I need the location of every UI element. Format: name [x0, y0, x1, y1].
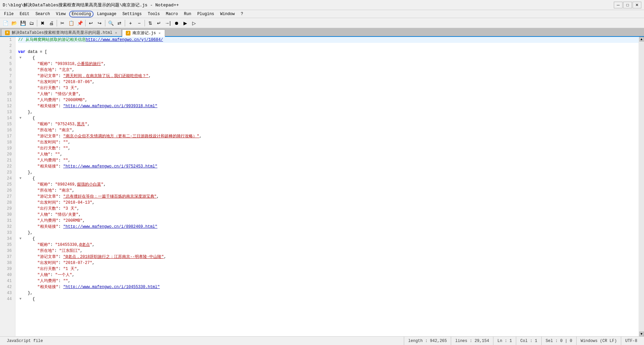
- line-num-17: 17: [2, 133, 13, 139]
- redo-button[interactable]: ↪: [96, 19, 104, 27]
- fold-arrow-4[interactable]: ▼: [18, 55, 23, 61]
- menu-encoding[interactable]: Encoding: [69, 11, 94, 17]
- code-colon-32: :: [58, 224, 63, 230]
- line-num-1: 1: [2, 37, 13, 43]
- menu-help[interactable]: ?: [238, 11, 246, 17]
- line-num-16: 16: [2, 127, 13, 133]
- code-val-29: "3 天": [63, 206, 77, 212]
- macro-play-button[interactable]: ▶: [181, 19, 189, 27]
- line-num-41: 41: [2, 278, 13, 284]
- scroll-down-button[interactable]: ▼: [639, 332, 644, 336]
- copy-button[interactable]: 📋: [67, 19, 75, 27]
- code-comma-29: ,: [77, 206, 79, 212]
- line-num-27: 27: [2, 194, 13, 200]
- close-button[interactable]: ✕: [633, 2, 641, 8]
- tab-close-html[interactable]: ✕: [114, 30, 118, 35]
- code-var-name: data = [: [25, 49, 47, 55]
- menu-language[interactable]: Language: [94, 11, 119, 17]
- run-button-tb[interactable]: ▷: [190, 19, 198, 27]
- maximize-button[interactable]: □: [623, 2, 632, 8]
- code-line-37: "游记文章" : "@老点，2018辞职旅行之：江苏南京--明孝陵·中山陵",: [18, 254, 639, 260]
- code-indent-10: [18, 91, 38, 97]
- code-val-42[interactable]: "http://www.mafengwo.cn/i/10455330.html": [63, 284, 160, 290]
- close-button-tb[interactable]: ✖: [39, 19, 47, 27]
- save-all-button[interactable]: 🗂: [28, 19, 36, 27]
- open-file-button[interactable]: 📂: [10, 19, 18, 27]
- code-key-26: "所在地": [38, 188, 54, 194]
- line-num-12: 12: [2, 103, 13, 109]
- code-line-1: // 从马蜂窝网站抓取的游记相关信息http://www.mafengwo.cn…: [18, 37, 639, 43]
- menu-run[interactable]: Run: [181, 11, 194, 17]
- minimize-button[interactable]: ─: [614, 2, 623, 8]
- line-num-5: 5: [2, 61, 13, 67]
- zoom-out-button[interactable]: −: [135, 19, 143, 27]
- code-key-39: "出行天数": [38, 266, 58, 272]
- menu-view[interactable]: View: [53, 11, 68, 17]
- menu-tools[interactable]: Tools: [145, 11, 162, 17]
- code-val-35c: ": [90, 242, 92, 248]
- code-colon-6: :: [54, 67, 59, 73]
- menu-edit[interactable]: Edit: [17, 11, 32, 17]
- code-colon-12: :: [58, 103, 63, 109]
- print-button[interactable]: 🖨: [47, 19, 55, 27]
- paste-button[interactable]: 📌: [76, 19, 84, 27]
- code-val-12[interactable]: "http://www.mafengwo.cn/i/9939318.html": [63, 103, 157, 109]
- line-num-8: 8: [2, 79, 13, 85]
- tab-html[interactable]: H 解决DataTables搜索框查询结果高亮显示的问题.html ✕: [1, 29, 121, 36]
- code-val-22[interactable]: "http://www.mafengwo.cn/i/9752453.html": [63, 163, 157, 169]
- indent-button[interactable]: →|: [164, 19, 172, 27]
- fold-arrow-14[interactable]: ▼: [18, 115, 23, 121]
- length-label: length : 942,265: [408, 339, 447, 343]
- menu-file[interactable]: File: [1, 11, 16, 17]
- menu-window[interactable]: Window: [218, 11, 237, 17]
- code-indent-26: [18, 188, 38, 194]
- code-indent-39: [18, 266, 38, 272]
- word-wrap-button[interactable]: ↵: [155, 19, 163, 27]
- replace-button[interactable]: ⇄: [115, 19, 123, 27]
- undo-button[interactable]: ↩: [87, 19, 95, 27]
- tab-close-js[interactable]: ✕: [158, 31, 161, 36]
- status-ln: Ln : 1: [493, 337, 516, 345]
- menu-search[interactable]: Search: [33, 11, 53, 17]
- fold-arrow-34[interactable]: ▼: [18, 236, 23, 242]
- line-num-23: 23: [2, 169, 13, 176]
- tab-js[interactable]: J 南京游记.js ✕: [122, 29, 165, 37]
- cut-button[interactable]: ✂: [58, 19, 66, 27]
- code-line-4: ▼ {: [18, 55, 639, 61]
- code-comma-6: ,: [72, 67, 74, 73]
- code-comma-28: ,: [92, 200, 95, 206]
- scrollbar-vertical[interactable]: ▲ ▼: [639, 37, 644, 336]
- line-num-40: 40: [2, 272, 13, 278]
- fold-arrow-24[interactable]: ▼: [18, 176, 23, 182]
- sync-scroll-button[interactable]: ⇅: [146, 19, 154, 27]
- titlebar: D:\blog\解决DataTables搜索框查询结果高亮显示的问题\南京游记.…: [0, 0, 644, 10]
- code-area[interactable]: // 从马蜂窝网站抓取的游记相关信息http://www.mafengwo.cn…: [15, 37, 639, 336]
- code-colon-21: :: [58, 157, 63, 163]
- find-button[interactable]: 🔍: [107, 19, 115, 27]
- code-colon-26: :: [54, 188, 59, 194]
- save-file-button[interactable]: 💾: [19, 19, 27, 27]
- code-val-37: "@老点，2018辞职旅行之：江苏南京--明孝陵·中山陵": [63, 254, 164, 260]
- code-key-6: "所在地": [38, 67, 54, 73]
- fold-arrow-44[interactable]: ▼: [18, 296, 23, 302]
- code-val-20: "": [55, 151, 60, 157]
- code-val-32[interactable]: "http://www.mafengwo.cn/i/8982469.html": [63, 224, 157, 230]
- code-key-30: "人物": [38, 212, 50, 218]
- menu-settings[interactable]: Settings: [120, 11, 145, 17]
- zoom-in-button[interactable]: +: [126, 19, 135, 27]
- code-line-2: [18, 43, 639, 49]
- scroll-up-button[interactable]: ▲: [639, 37, 644, 42]
- code-colon-17: :: [58, 133, 63, 139]
- menu-plugins[interactable]: Plugins: [195, 11, 217, 17]
- code-colon-37: :: [58, 254, 63, 260]
- line-num-13: 13: [2, 109, 13, 115]
- line-num-42: 42: [2, 284, 13, 290]
- new-file-button[interactable]: 📄: [1, 19, 9, 27]
- code-line-42: "相关链接" : "http://www.mafengwo.cn/i/10455…: [18, 284, 639, 290]
- macro-record-button[interactable]: ⏺: [172, 19, 180, 27]
- code-indent-27: [18, 194, 38, 200]
- code-key-37: "游记文章": [38, 254, 58, 260]
- menu-macro[interactable]: Macro: [163, 11, 181, 17]
- toolbar-sep5: [125, 20, 125, 26]
- col-label: Col : 1: [520, 339, 537, 343]
